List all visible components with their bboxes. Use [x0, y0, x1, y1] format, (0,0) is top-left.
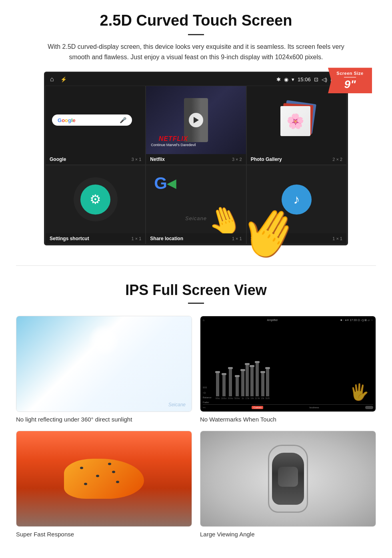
amp-vol-icon: ◁): [203, 391, 215, 394]
gallery-size: 2 × 2: [332, 157, 342, 162]
photo-stack: 🌸: [278, 102, 314, 138]
netflix-name: Netflix: [150, 157, 165, 162]
amp-toggle[interactable]: [365, 406, 373, 409]
car-top-view: [268, 445, 308, 513]
bluetooth-icon: ✱: [276, 76, 281, 82]
camera-icon: ⊡: [314, 76, 318, 82]
status-bar-left: ⌂ ⚡: [50, 76, 67, 83]
amp-bar-10: SUB: [266, 355, 270, 399]
home-icon[interactable]: ⌂: [50, 76, 54, 83]
amp-header: ⌂ Amplifier ■ ·· ♦ ▾ 17:33 ⊡ ◁) ⊠ ▱ →: [203, 319, 373, 322]
flower-emoji: 🌸: [286, 113, 304, 130]
sound-search-cell[interactable]: ♪ Sound Search 1 × 1: [246, 165, 347, 244]
feature-watermark: ⌂ Amplifier ■ ·· ♦ ▾ 17:33 ⊡ ◁) ⊠ ▱ → ≡≡…: [200, 316, 376, 423]
amp-labels: ≡≡≡ ◁) Balance Fader: [203, 382, 215, 403]
settings-app-cell[interactable]: ⚙ Settings shortcut 1 × 1: [45, 165, 146, 244]
cheetah-label: Super Fast Response: [16, 531, 192, 538]
section-divider: [16, 265, 376, 266]
gallery-name: Photo Gallery: [251, 157, 282, 162]
feature-grid: Seicane No light reflecting under 360° d…: [16, 316, 376, 538]
google-size: 3 × 1: [132, 157, 142, 162]
amp-bar-1: 60hz: [216, 355, 220, 399]
badge-divider: [344, 77, 356, 78]
amp-status: ■ ·· ♦ ▾ 17:33 ⊡ ◁) ⊠ ▱ →: [340, 319, 373, 322]
status-bar: ⌂ ⚡ ✱ ◉ ▾ 15:06 ⊡ ◁) ⊠ ▱: [45, 73, 347, 86]
amp-bar-5: 1k: [241, 355, 244, 399]
section1-description: With 2.5D curved-display screen, this de…: [46, 42, 346, 62]
cheetah-body: [64, 459, 144, 499]
amp-balance-label: Balance: [203, 396, 215, 399]
photo-gallery-inner: 🌸: [247, 86, 346, 154]
sun-rays: [88, 324, 120, 356]
google-label: Google 3 × 1: [46, 154, 145, 165]
cheetah-visual: [16, 431, 192, 526]
hand-pointing-icon: 🤚: [202, 200, 246, 233]
netflix-label: Netflix 3 × 2: [146, 154, 246, 165]
share-name: Share location: [150, 236, 183, 241]
amp-bar-8: 12.5k: [255, 355, 260, 399]
netflix-app-cell[interactable]: NETFLIX Continue Marvel's Daredevil Netf…: [146, 86, 246, 165]
sound-search-inner: ♪: [247, 165, 346, 233]
play-triangle: [194, 117, 199, 123]
amp-footer: << Custom loudness: [203, 404, 373, 409]
amp-bar-6: 2.5k: [246, 355, 249, 399]
title-divider: [188, 34, 204, 35]
section1-title: 2.5D Curved Touch Screen: [24, 12, 368, 29]
sound-circle-icon: ♪: [282, 185, 312, 215]
netflix-logo-overlay: NETFLIX Continue Marvel's Daredevil: [151, 135, 196, 147]
google-app-cell[interactable]: Google 🎤 Google 3 × 1: [45, 86, 146, 165]
netflix-logo-text: NETFLIX: [151, 135, 196, 143]
cheetah-image: [16, 431, 192, 527]
android-screen: ⌂ ⚡ ✱ ◉ ▾ 15:06 ⊡ ◁) ⊠ ▱: [44, 72, 348, 245]
photo-card-front: 🌸: [280, 106, 310, 136]
netflix-size: 3 × 2: [232, 157, 242, 162]
amplifier-image: ⌂ Amplifier ■ ·· ♦ ▾ 17:33 ⊡ ◁) ⊠ ▱ → ≡≡…: [200, 316, 376, 412]
amp-home-icon: ⌂: [203, 319, 204, 322]
badge-label: Screen Size: [332, 71, 368, 76]
sound-name: Sound Search: [251, 236, 283, 241]
amp-loudness-label: loudness: [310, 406, 319, 409]
feature-car: Large Viewing Angle: [200, 431, 376, 538]
sunlight-visual: Seicane: [16, 316, 192, 411]
section-curved-touch: 2.5D Curved Touch Screen With 2.5D curve…: [0, 0, 392, 253]
section2-divider: [188, 303, 204, 304]
share-label: Share location 1 × 1: [146, 233, 246, 244]
photo-gallery-cell[interactable]: 🌸 Photo Gallery 2 × 2: [246, 86, 347, 165]
amp-custom-btn[interactable]: Custom: [252, 406, 263, 409]
settings-label: Settings shortcut 1 × 1: [46, 233, 145, 244]
play-button[interactable]: [189, 113, 203, 127]
amp-bar-3: 200hz: [228, 355, 233, 399]
car-label: Large Viewing Angle: [200, 531, 376, 538]
amp-fader-label: Fader: [203, 401, 215, 403]
seicane-watermark2: Seicane: [168, 402, 186, 407]
car-window: [278, 467, 298, 487]
share-size: 1 × 1: [232, 236, 242, 241]
car-visual: [200, 431, 376, 526]
netflix-subtitle: Continue Marvel's Daredevil: [151, 143, 196, 147]
gallery-label: Photo Gallery 2 × 2: [247, 154, 346, 165]
settings-size: 1 × 1: [132, 236, 142, 241]
amp-bar-2: 100hz: [221, 355, 227, 399]
google-search-bar[interactable]: Google 🎤: [52, 114, 132, 126]
amp-bar-7: 10k: [250, 355, 254, 399]
feature-sunlight: Seicane No light reflecting under 360° d…: [16, 316, 192, 423]
amp-hand-icon: 🖐: [349, 383, 369, 401]
watermark-label: No Watermarks When Touch: [200, 416, 376, 423]
google-app-inner: Google 🎤: [46, 86, 145, 154]
amp-bar-9: 15k: [261, 355, 264, 399]
mic-icon: 🎤: [120, 117, 126, 123]
volume-icon: ◁): [322, 76, 327, 82]
settings-app-inner: ⚙: [46, 165, 145, 233]
wifi-icon: ▾: [292, 76, 294, 82]
car-body: [272, 453, 304, 505]
cheetah-spots: [64, 459, 144, 499]
location-icon: ◉: [284, 76, 288, 82]
share-location-cell[interactable]: G◂ 🤚 Share location 1 × 1: [146, 165, 246, 244]
share-location-inner: G◂ 🤚: [146, 165, 246, 233]
netflix-app-inner: NETFLIX Continue Marvel's Daredevil: [146, 86, 246, 154]
amp-body: ≡≡≡ ◁) Balance Fader 60hz: [203, 323, 373, 403]
amp-bars: 60hz 100hz 200hz: [216, 355, 373, 403]
time-display: 15:06: [298, 76, 311, 82]
sunlight-label: No light reflecting under 360° direct su…: [16, 416, 192, 423]
section2-title: IPS Full Screen View: [16, 282, 376, 299]
